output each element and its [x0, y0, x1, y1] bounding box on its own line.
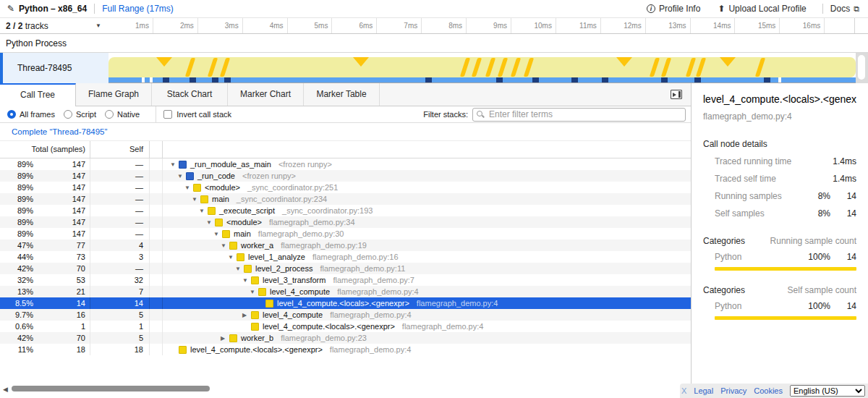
tab-marker-table[interactable]: Marker Table — [304, 83, 380, 106]
call-tree-row[interactable]: 89%147—▼_run_module_as_main<frozen runpy… — [0, 158, 691, 170]
category-icon-yellow — [244, 265, 252, 273]
column-header-self[interactable]: Self — [90, 141, 150, 158]
external-link-icon: ⧉ — [854, 4, 859, 14]
complete-thread-link[interactable]: Complete “Thread-78495” — [0, 127, 107, 136]
marker-slash — [686, 58, 696, 77]
expand-arrow-icon[interactable]: ▶ — [242, 312, 251, 318]
vertical-scrollbar[interactable] — [856, 53, 868, 83]
radio-all-frames[interactable]: All frames — [7, 110, 55, 119]
profile-name: Python – x86_64 — [19, 4, 87, 14]
collapse-arrow-icon[interactable]: ▼ — [228, 254, 237, 261]
ruler-tick: 11ms — [556, 18, 601, 33]
call-tree-row[interactable]: 89%147—▼<module>_sync_coordinator.py:251 — [0, 182, 691, 193]
sample-dark-segment — [764, 77, 770, 82]
call-tree-row[interactable]: 32%5332▼level_3_transformflamegraph_demo… — [0, 274, 691, 286]
call-tree-row[interactable]: 89%147—▼mainflamegraph_demo.py:30 — [0, 228, 691, 240]
sample-dark-segment — [602, 77, 608, 82]
sample-dark-segment — [163, 77, 169, 82]
marker-slash — [696, 58, 706, 77]
column-header-total[interactable]: Total (samples) — [0, 141, 90, 158]
sample-dark-segment — [496, 77, 503, 82]
collapse-arrow-icon[interactable]: ▼ — [177, 173, 186, 179]
vertical-scrollbar-thumb[interactable] — [858, 55, 865, 80]
language-select[interactable]: English (US) — [790, 385, 865, 397]
sidebar-toggle-icon[interactable] — [671, 90, 682, 99]
call-tree-row[interactable]: 89%147—▼_run_code<frozen runpy> — [0, 170, 691, 182]
sample-dark-segment — [694, 77, 701, 82]
call-tree-row[interactable]: 89%147—▼main_sync_coordinator.py:234 — [0, 193, 691, 205]
marker-slash — [511, 58, 521, 77]
call-tree-row[interactable]: 42%70—▼level_2_processflamegraph_demo.py… — [0, 263, 691, 274]
ruler-tick: 10ms — [511, 18, 556, 33]
activity-area — [109, 57, 856, 77]
call-tree-row[interactable]: 44%733▼level_1_analyzeflamegraph_demo.py… — [0, 251, 691, 263]
category-icon-blue — [179, 161, 187, 169]
tab-flame-graph[interactable]: Flame Graph — [76, 83, 152, 106]
checkbox-icon — [163, 110, 172, 119]
horizontal-scrollbar[interactable]: ◀ — [0, 382, 691, 397]
footer-link-privacy[interactable]: Privacy — [720, 386, 746, 395]
collapse-arrow-icon[interactable]: ▼ — [235, 266, 244, 272]
thread-track-header[interactable]: Thread-78495 — [0, 53, 109, 83]
collapse-arrow-icon[interactable]: ▼ — [250, 289, 258, 295]
call-tree-row[interactable]: 47%774▼worker_aflamegraph_demo.py:19 — [0, 240, 691, 251]
process-track-header[interactable]: Python Process — [0, 34, 868, 53]
marker-slash — [755, 58, 765, 77]
scroll-left-arrow-icon[interactable]: ◀ — [3, 386, 8, 393]
collapse-arrow-icon[interactable]: ▼ — [206, 219, 215, 226]
ruler-tick: 2ms — [153, 18, 198, 33]
detail-row: Traced self time 1.4ms — [703, 174, 856, 184]
invert-call-stack-checkbox[interactable]: Invert call stack — [163, 110, 231, 119]
sample-dark-segment — [212, 77, 218, 82]
call-tree-row[interactable]: 89%147—▼_execute_script_sync_coordinator… — [0, 205, 691, 216]
detail-row: Running samples 8% 14 — [703, 191, 856, 201]
call-tree-row[interactable]: 89%147—▼<module>flamegraph_demo.py:34 — [0, 216, 691, 228]
call-tree-row[interactable]: 8.5%1414level_4_compute.<locals>.<genexp… — [0, 297, 691, 309]
call-tree-row[interactable]: 11%1818level_4_compute.<locals>.<genexpr… — [0, 344, 691, 355]
ruler-tick: 13ms — [646, 18, 691, 33]
tab-stack-chart[interactable]: Stack Chart — [152, 83, 228, 106]
filter-stacks-label: Filter stacks: — [423, 110, 468, 119]
tab-marker-chart[interactable]: Marker Chart — [228, 83, 304, 106]
collapse-arrow-icon[interactable]: ▼ — [242, 277, 251, 284]
call-tree-row[interactable]: 42%705▶worker_bflamegraph_demo.py:23 — [0, 332, 691, 344]
call-tree-row[interactable]: 9.7%165▶level_4_computeflamegraph_demo.p… — [0, 309, 691, 321]
marker-slash — [650, 58, 660, 77]
category-icon-yellow — [251, 323, 259, 331]
collapse-arrow-icon[interactable]: ▼ — [192, 196, 200, 203]
tab-call-tree[interactable]: Call Tree — [0, 83, 76, 106]
profile-info-button[interactable]: i Profile Info — [647, 4, 700, 14]
thread-activity-graph[interactable] — [109, 53, 856, 83]
categories-header: Categories Running sample count — [703, 236, 856, 246]
collapse-arrow-icon[interactable]: ▼ — [213, 231, 222, 237]
collapse-arrow-icon[interactable]: ▼ — [221, 242, 229, 249]
filter-stacks-input[interactable] — [472, 108, 686, 122]
category-icon-yellow — [179, 346, 187, 354]
ruler-tick: 12ms — [601, 18, 646, 33]
complete-range-row: Complete “Thread-78495” — [0, 123, 691, 141]
call-tree-panel: Call TreeFlame GraphStack ChartMarker Ch… — [0, 83, 691, 398]
tracks-dropdown[interactable]: 2 / 2 tracks ▼ — [0, 18, 109, 33]
search-icon — [477, 111, 482, 117]
upload-profile-button[interactable]: ⬆ Upload Local Profile — [718, 4, 806, 14]
call-tree-row[interactable]: 13%217▼level_4_computeflamegraph_demo.py… — [0, 286, 691, 297]
footer-link-legal[interactable]: Legal — [694, 386, 713, 395]
categories-header: Categories Self sample count — [703, 285, 856, 295]
call-tree-row[interactable]: 0.6%11level_4_compute.<locals>.<genexpr>… — [0, 321, 691, 332]
docs-button[interactable]: Docs ⧉ — [830, 4, 859, 14]
ruler-tick: 1ms — [109, 18, 153, 33]
top-bar: ✎ Python – x86_64 Full Range (17ms) i Pr… — [0, 0, 868, 18]
footer-link-cookies[interactable]: Cookies — [754, 386, 783, 395]
radio-native[interactable]: Native — [105, 110, 140, 119]
category-icon-yellow — [229, 242, 237, 250]
collapse-arrow-icon[interactable]: ▼ — [184, 185, 193, 191]
radio-script[interactable]: Script — [64, 110, 96, 119]
edit-profile-name-icon[interactable]: ✎ — [7, 4, 14, 14]
full-range-link[interactable]: Full Range (17ms) — [102, 4, 174, 14]
footer-link-x[interactable]: X — [681, 386, 686, 395]
collapse-arrow-icon[interactable]: ▼ — [170, 161, 179, 168]
category-icon-yellow — [200, 195, 208, 203]
horizontal-scrollbar-thumb[interactable] — [12, 386, 210, 391]
expand-arrow-icon[interactable]: ▶ — [221, 335, 229, 342]
collapse-arrow-icon[interactable]: ▼ — [199, 208, 208, 214]
